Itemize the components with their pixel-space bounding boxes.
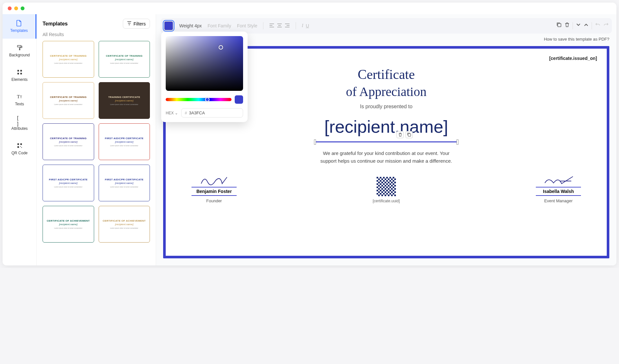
template-thumbnail[interactable]: CERTIFICATE OF ACHIEVEMENT [recipient.na… — [43, 206, 94, 243]
templates-title: Templates — [43, 21, 68, 27]
signature-block-2[interactable]: Isabella Walsh Event Manager — [533, 174, 584, 203]
document-icon — [16, 20, 22, 26]
shapes-icon — [16, 69, 23, 75]
toolbar-separator — [263, 22, 263, 29]
qr-block[interactable]: [certificate.uuid] — [373, 177, 400, 203]
filters-button[interactable]: Filters — [123, 19, 150, 29]
window-max-dot[interactable] — [21, 6, 25, 10]
template-thumbnail[interactable]: FIRST AID/CPR CERTIFICATE [recipient.nam… — [99, 123, 150, 160]
recipient-name-attribute[interactable]: [recipient.name] — [324, 117, 448, 137]
rail-label: QR Code — [11, 151, 27, 155]
svg-rect-5 — [20, 73, 22, 74]
svg-rect-6 — [17, 143, 19, 145]
layer-up-icon[interactable] — [584, 22, 588, 29]
template-thumbnail[interactable]: First AID/CPR Certificate [recipient.nam… — [43, 165, 94, 201]
color-cursor[interactable] — [219, 45, 223, 50]
border-color-swatch[interactable] — [164, 21, 173, 31]
nav-rail: Templates Background Elements TT Texts [… — [3, 14, 37, 265]
svg-rect-2 — [17, 70, 19, 72]
templates-panel: Templates Filters All Results Certificat… — [37, 14, 156, 265]
rail-background[interactable]: Background — [3, 39, 36, 63]
align-right-icon[interactable] — [285, 23, 290, 29]
template-thumbnail[interactable]: CERTIFICATE OF TRAINING [recipient.name]… — [43, 123, 94, 160]
certificate-body-text[interactable]: We are grateful for your kind contributi… — [319, 149, 454, 165]
rail-label: Texts — [15, 102, 24, 106]
svg-rect-9 — [20, 146, 21, 147]
color-preview-swatch — [235, 95, 243, 104]
presented-to-text[interactable]: Is proudly presented to — [360, 104, 413, 110]
hue-slider[interactable] — [166, 98, 231, 101]
rail-label: Templates — [10, 28, 28, 33]
issued-on-attribute[interactable]: [certificate.issued_on] — [549, 56, 597, 61]
filters-label: Filters — [133, 21, 146, 26]
template-thumbnail[interactable]: Training Certificate [recipient.name] Lo… — [99, 82, 150, 119]
qr-uuid-attribute: [certificate.uuid] — [373, 199, 400, 203]
window-min-dot[interactable] — [14, 6, 18, 10]
signature-icon — [198, 174, 230, 187]
color-picker-popover[interactable]: HEX ⌄ #3A3FCA — [161, 32, 248, 122]
layer-down-icon[interactable] — [576, 22, 581, 29]
template-thumbnail[interactable]: FIRST AID/CPR CERTIFICATE [recipient.nam… — [99, 165, 150, 201]
text-icon: TT — [16, 93, 23, 100]
svg-rect-10 — [21, 147, 22, 148]
template-thumbnail[interactable]: Certificate of Training [recipient.name]… — [43, 41, 94, 78]
svg-rect-7 — [20, 143, 22, 145]
svg-rect-3 — [20, 70, 22, 72]
window-close-dot[interactable] — [8, 6, 12, 10]
element-delete-icon[interactable] — [397, 131, 404, 138]
undo-icon[interactable] — [595, 22, 600, 29]
redo-icon[interactable] — [604, 22, 609, 29]
element-duplicate-icon[interactable] — [406, 131, 413, 138]
qr-code-icon — [377, 177, 396, 196]
template-thumbnail[interactable]: CERTIFICATE OF TRAINING [recipient.name]… — [43, 82, 94, 119]
rail-elements[interactable]: Elements — [3, 63, 36, 88]
signer-2-role: Event Manager — [544, 198, 573, 203]
signature-icon — [542, 174, 575, 187]
rail-label: Elements — [11, 77, 27, 82]
divider-element[interactable] — [315, 141, 457, 142]
align-group — [269, 23, 290, 29]
hue-handle[interactable] — [205, 97, 210, 102]
editor-toolbar: Weight 4px Font Family Font Style I U — [161, 18, 612, 34]
svg-rect-12 — [408, 134, 411, 136]
rail-label: Attributes — [11, 126, 28, 131]
hex-input[interactable]: #3A3FCA — [181, 108, 243, 118]
template-thumbnail[interactable]: CERTIFICATE OF ACHIEVEMENT [recipient.na… — [99, 206, 150, 243]
svg-rect-1 — [19, 49, 20, 50]
signer-1-role: Founder — [206, 198, 222, 203]
rail-texts[interactable]: TT Texts — [3, 88, 36, 112]
rail-qrcode[interactable]: QR Code — [3, 137, 36, 161]
signer-1-name: Benjamin Foster — [192, 187, 237, 196]
paint-roller-icon — [16, 44, 23, 51]
rail-label: Background — [9, 53, 30, 57]
template-thumbnail[interactable]: CERTIFICATE OF TRAINING [recipient.name]… — [99, 41, 150, 78]
window-titlebar — [3, 3, 616, 14]
toolbar-separator — [296, 22, 296, 29]
certificate-title-line2[interactable]: of Appreciation — [346, 84, 427, 99]
certificate-title-line1[interactable]: Certificate — [358, 67, 415, 82]
chevron-down-icon: ⌄ — [175, 111, 178, 115]
align-center-icon[interactable] — [277, 23, 282, 29]
templates-subtitle: All Results — [43, 32, 150, 37]
font-family-control[interactable]: Font Family — [208, 23, 231, 28]
rail-templates[interactable]: Templates — [3, 14, 36, 39]
rail-attributes[interactable]: [ ] Attributes — [3, 112, 36, 137]
delete-icon[interactable] — [565, 22, 569, 29]
toolbar-separator — [592, 22, 592, 29]
italic-icon[interactable]: I — [302, 23, 303, 28]
svg-rect-0 — [17, 45, 21, 47]
signature-block-1[interactable]: Benjamin Foster Founder — [188, 174, 240, 203]
help-link[interactable]: How to save this template as PDF? — [544, 37, 609, 42]
qr-icon — [16, 142, 23, 149]
underline-icon[interactable]: U — [306, 23, 309, 28]
svg-rect-11 — [558, 24, 561, 27]
svg-rect-8 — [17, 146, 19, 148]
font-style-control[interactable]: Font Style — [237, 23, 257, 28]
align-left-icon[interactable] — [269, 23, 274, 29]
color-mode-select[interactable]: HEX ⌄ — [166, 111, 178, 115]
color-saturation-area[interactable] — [166, 36, 243, 91]
svg-rect-4 — [17, 73, 19, 74]
filter-icon — [127, 21, 132, 26]
duplicate-icon[interactable] — [556, 22, 562, 29]
weight-control[interactable]: Weight 4px — [179, 23, 202, 28]
